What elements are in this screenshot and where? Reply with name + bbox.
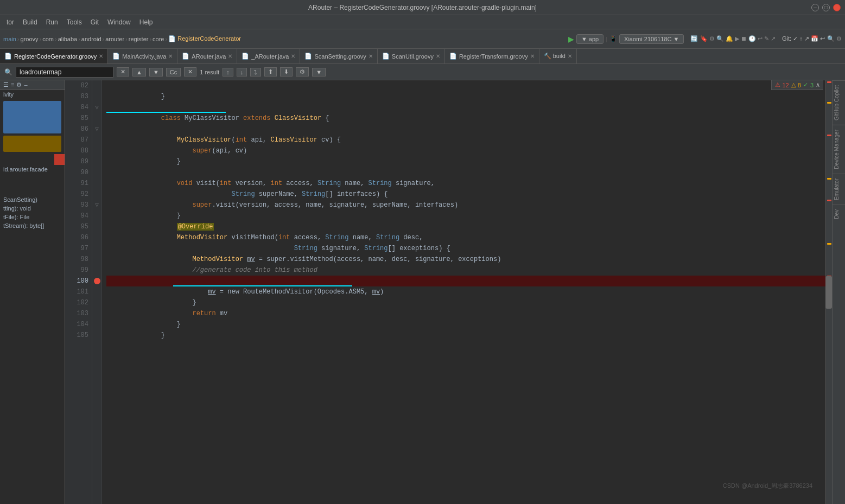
breadcrumb-groovy[interactable]: groovy	[21, 36, 39, 42]
tab-close-scan[interactable]: ✕	[369, 53, 373, 59]
line-num-100: 100	[65, 276, 88, 286]
title-bar: ARouter – RegisterCodeGenerator.groovy […	[0, 0, 845, 15]
tab-close-util[interactable]: ✕	[436, 53, 440, 59]
menu-tools[interactable]: Tools	[62, 17, 86, 27]
fold-86[interactable]: ▽	[92, 124, 101, 135]
breadcrumb-alibaba[interactable]: alibaba	[58, 36, 77, 42]
structure-scan[interactable]: ScanSetting)	[0, 195, 65, 204]
search-case-btn[interactable]: Cc	[166, 68, 181, 76]
breadcrumb-file[interactable]: 📄 RegisterCodeGenerator	[168, 35, 241, 42]
emulator-panel[interactable]: Emulator	[833, 174, 845, 205]
app-selector[interactable]: ▼ app	[576, 34, 603, 44]
tab-close-register[interactable]: ✕	[99, 53, 103, 59]
breadcrumb-arouter[interactable]: arouter	[105, 36, 124, 42]
line-num-92: 92	[65, 189, 88, 200]
search-funnel[interactable]: ▼	[312, 68, 326, 76]
tab-build[interactable]: 🔨 build ✕	[539, 49, 577, 63]
search-prev-btn[interactable]: ▲	[132, 68, 146, 76]
search-bar: 🔍 ✕ ▲ ▼ Cc ✕ 1 result ↑ ↓ ⤵ ⬆ ⬇ ⚙ ▼	[0, 64, 845, 80]
tab-close-arouter[interactable]: ✕	[228, 53, 232, 59]
code-line-90: void visit(int version, int access, Stri…	[106, 167, 825, 178]
code-line-93: }	[106, 200, 825, 210]
error-icon: ⚠	[775, 81, 780, 88]
device-selector[interactable]: Xiaomi 2106118C ▼	[619, 34, 684, 44]
tab-close-transform[interactable]: ✕	[530, 53, 535, 59]
line-num-88: 88	[65, 145, 88, 156]
tab-main-activity[interactable]: 📄 MainActivity.java ✕	[108, 49, 177, 63]
code-editor[interactable]: 82 83 84 85 86 87 88 89 90 91 92 93 94 9…	[65, 80, 832, 504]
structure-stream[interactable]: tStream): byte[]	[0, 221, 65, 230]
code-line-87: super(api, cv)	[106, 135, 825, 145]
fold-93[interactable]: ▽	[92, 200, 101, 210]
tab-scan-setting[interactable]: 📄 ScanSetting.groovy ✕	[300, 49, 377, 63]
structure-settings[interactable]: ⚙	[16, 81, 22, 88]
minimize-button[interactable]: –	[811, 4, 819, 11]
code-line-83	[106, 91, 825, 102]
tab-close-build[interactable]: ✕	[568, 53, 572, 59]
line-num-91: 91	[65, 178, 88, 189]
tab-arouter2[interactable]: 📄 _ARouter.java ✕	[237, 49, 300, 63]
tab-close-main[interactable]: ✕	[168, 53, 173, 59]
dev-panel[interactable]: Dev	[833, 205, 845, 224]
search-context-next[interactable]: ⬇	[280, 67, 293, 76]
structure-btn2[interactable]: ≡	[11, 81, 14, 88]
structure-file[interactable]: tFile): File	[0, 213, 65, 221]
tab-arouter[interactable]: 📄 ARouter.java ✕	[177, 49, 237, 63]
structure-close[interactable]: –	[24, 81, 27, 88]
search-filter[interactable]: ⚙	[296, 67, 309, 76]
menu-git[interactable]: Git	[86, 17, 103, 27]
close-button[interactable]	[833, 4, 841, 11]
tab-scan-util[interactable]: 📄 ScanUtil.groovy ✕	[378, 49, 445, 63]
fold-82[interactable]	[92, 80, 101, 91]
breadcrumb-com[interactable]: com	[42, 36, 54, 42]
code-content[interactable]: } class MyClassVisitor extends ClassVisi…	[102, 80, 825, 504]
search-close-btn[interactable]: ✕	[117, 67, 129, 76]
run-button[interactable]: ▶	[568, 35, 574, 43]
maximize-button[interactable]: □	[822, 4, 830, 11]
search-wrap[interactable]: ⤵	[250, 68, 261, 76]
code-line-98: //generate code into this method	[106, 254, 825, 265]
code-line-95: MethodVisitor visitMethod(int access, St…	[106, 221, 825, 232]
warning-count: 8	[798, 82, 801, 88]
line-num-87: 87	[65, 135, 88, 145]
tabs-bar: 📄 RegisterCodeGenerator.groovy ✕ 📄 MainA…	[0, 49, 845, 64]
fold-84[interactable]: ▽	[92, 102, 101, 113]
code-line-101: }	[106, 286, 825, 297]
code-line-100: mv = new RouteMethodVisitor(Opcodes.ASM5…	[106, 276, 825, 286]
line-num-95: 95	[65, 221, 88, 232]
tab-register-transform[interactable]: 📄 RegisterTransform.groovy ✕	[445, 49, 539, 63]
breakpoint-100[interactable]	[92, 276, 101, 286]
code-line-102: return mv	[106, 297, 825, 308]
search-nav-down[interactable]: ↓	[237, 68, 247, 76]
menu-help[interactable]: Help	[135, 17, 157, 27]
menu-bar: tor Build Run Tools Git Window Help	[0, 15, 845, 29]
breadcrumb-android[interactable]: android	[81, 36, 101, 42]
structure-tting[interactable]: tting): void	[0, 204, 65, 213]
search-next-btn[interactable]: ▼	[149, 68, 163, 76]
menu-build[interactable]: Build	[18, 17, 42, 27]
tab-register-code-generator[interactable]: 📄 RegisterCodeGenerator.groovy ✕	[0, 49, 108, 63]
search-input[interactable]	[16, 67, 113, 78]
expand-icon[interactable]: ∧	[816, 81, 820, 88]
github-copilot-panel[interactable]: GitHub Copilot	[833, 80, 845, 125]
error-count-bar: ⚠ 12 △ 8 ✓ 3 ∧	[771, 80, 824, 90]
line-num-86: 86	[65, 124, 88, 135]
breadcrumb-core[interactable]: core	[153, 36, 164, 42]
structure-align-btn[interactable]: ☰	[3, 81, 9, 88]
breadcrumb-main[interactable]: main	[3, 36, 16, 42]
menu-window[interactable]: Window	[103, 17, 135, 27]
breadcrumb-register[interactable]: register	[129, 36, 149, 42]
search-nav-up[interactable]: ↑	[223, 68, 233, 76]
code-line-88: }	[106, 145, 825, 156]
line-num-82: 82	[65, 80, 88, 91]
menu-run[interactable]: Run	[42, 17, 62, 27]
search-context-prev[interactable]: ⬆	[264, 67, 277, 76]
structure-facade[interactable]: id.arouter.facade	[0, 165, 65, 174]
device-manager-panel[interactable]: Device Manager	[833, 125, 845, 174]
search-clear-btn[interactable]: ✕	[184, 67, 196, 76]
menu-tor[interactable]: tor	[2, 17, 18, 27]
structure-item[interactable]: ivity	[0, 90, 65, 99]
watermark: CSDN @Android_周志豪3786234	[723, 482, 812, 490]
tab-close-arouter2[interactable]: ✕	[291, 53, 295, 59]
code-line-99: if (name == ScanSetting.GENERATE_TO_METH…	[106, 265, 825, 276]
